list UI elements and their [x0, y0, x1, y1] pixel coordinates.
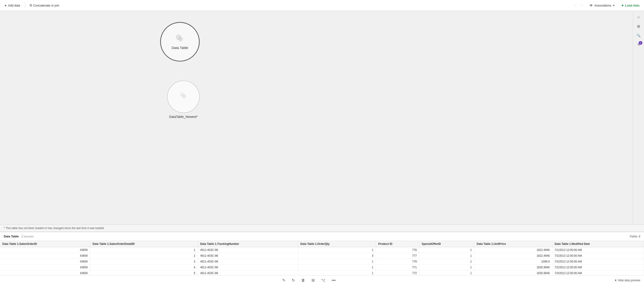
table-cell: 7/3/2013 12:00:00 AM: [552, 270, 644, 276]
column-header: Data Table 1.TrackingNumber: [198, 241, 298, 247]
table-cell: 776: [376, 247, 419, 253]
column-header: Data Table 1.OrderQty: [298, 241, 376, 247]
column-header: SpecialOfferID: [419, 241, 474, 247]
table-cell: 4: [90, 264, 198, 270]
datatable-newest-circle[interactable]: [167, 80, 200, 113]
plus-icon: +: [5, 4, 7, 8]
main-toolbar: + Add data ⧉ Concatenate or join ← → 👁 A…: [0, 0, 644, 11]
datatable-newest-label: DataTable_Newest*: [169, 115, 198, 118]
concatenate-button[interactable]: ⧉ Concatenate or join: [28, 2, 61, 8]
undo-redo-group: ← →: [572, 2, 585, 8]
column-header: Data Table 1.SalesOrderDetailID: [90, 241, 198, 247]
concatenate-icon: ⧉: [30, 4, 32, 7]
datatable-newest-node[interactable]: DataTable_Newest*: [167, 80, 200, 118]
table-cell: 1: [419, 253, 474, 259]
bottom-toolbar: ✎ ↻ 🗑 ⊞ ⌥ ••• ▼ Hide data preview: [0, 275, 644, 285]
concatenate-label: Concatenate or join: [33, 4, 60, 7]
table-cell: 1: [298, 270, 376, 276]
table-cell: 1: [298, 247, 376, 253]
data-table-wrapper[interactable]: Data Table 1.SalesOrderIDData Table 1.Sa…: [0, 241, 644, 275]
redo-button[interactable]: →: [579, 2, 585, 8]
main-area: Data Table DataTable_Newest* ⌂ ⊞: [0, 11, 644, 224]
grid-sidebar-button[interactable]: ⊞: [634, 22, 643, 30]
delete-table-button[interactable]: 🗑: [300, 277, 306, 284]
table-cell: 1: [90, 247, 198, 253]
table-cell: 1: [419, 270, 474, 276]
hide-preview-icon: ▼: [614, 279, 617, 282]
table-cell: 1: [298, 259, 376, 264]
table-cell: 7/2/2013 12:00:00 AM: [552, 259, 644, 264]
note-bar: * This table has not been loaded or has …: [0, 224, 644, 232]
data-table-body: 4365914911-403C-98177611822.49467/1/2013…: [0, 247, 644, 276]
refresh-table-button[interactable]: ↻: [290, 277, 296, 284]
data-panel: Data Table 2 sources Fields: 8 Data Tabl…: [0, 232, 644, 285]
column-header: Data Table 1.UnitPrice: [474, 241, 552, 247]
data-table: Data Table 1.SalesOrderIDData Table 1.Sa…: [0, 241, 644, 275]
table-cell: 7/2/2013 12:00:00 AM: [552, 253, 644, 259]
right-sidebar: ⌂ ⊞ 🔍 ✎ 1: [633, 11, 644, 224]
home-sidebar-button[interactable]: ⌂: [634, 13, 643, 21]
table-cell: 4911-403C-98: [198, 259, 298, 264]
table-cell: 7/1/2013 12:00:00 AM: [552, 247, 644, 253]
hide-preview-label: Hide data preview: [618, 279, 640, 282]
table-row: 4365954911-403C-98177211835.99467/3/2013…: [0, 270, 644, 276]
table-cell: 1098.9: [474, 259, 552, 264]
table-cell: 4911-403C-98: [198, 253, 298, 259]
toolbar-separator-1: [25, 3, 25, 8]
search-sidebar-button[interactable]: 🔍: [634, 31, 643, 40]
search-icon: 🔍: [636, 34, 640, 37]
table-cell: 1822.4946: [474, 247, 552, 253]
edit-table-button[interactable]: ✎: [281, 277, 287, 284]
add-data-button[interactable]: + Add data: [3, 2, 22, 8]
table-cell: 778: [376, 259, 419, 264]
data-table-head: Data Table 1.SalesOrderIDData Table 1.Sa…: [0, 241, 644, 247]
data-panel-fields: Fields: 8: [630, 235, 640, 238]
more-button[interactable]: •••: [330, 277, 337, 284]
table-cell: 1: [419, 259, 474, 264]
table-header-row: Data Table 1.SalesOrderIDData Table 1.Sa…: [0, 241, 644, 247]
table-cell: 3: [298, 253, 376, 259]
column-header: Data Table 1.Modified Date: [552, 241, 644, 247]
table-cell: 777: [376, 253, 419, 259]
data-table-node[interactable]: Data Table: [160, 22, 200, 62]
grid-icon: ⊞: [637, 24, 640, 28]
data-panel-title-group: Data Table 2 sources: [4, 235, 34, 238]
table-cell: 5: [90, 270, 198, 276]
bottom-toolbar-center: ✎ ↻ 🗑 ⊞ ⌥ •••: [281, 277, 337, 284]
table-row: 4365914911-403C-98177611822.49467/1/2013…: [0, 247, 644, 253]
columns-button[interactable]: ⊞: [310, 277, 316, 284]
table-cell: 1: [419, 264, 474, 270]
table-cell: 2: [90, 253, 198, 259]
undo-button[interactable]: ←: [572, 2, 578, 8]
table-cell: 43659: [0, 253, 90, 259]
load-data-label: Load data: [625, 4, 639, 7]
table-unloaded-icon: [180, 92, 187, 101]
canvas[interactable]: Data Table DataTable_Newest*: [0, 11, 633, 224]
toolbar-right: ← → 👁 Associations ▼ ● Load data: [572, 2, 641, 8]
table-row: 4365944911-403C-98177111835.99467/2/2013…: [0, 264, 644, 270]
edit-sidebar-button[interactable]: ✎ 1: [634, 40, 643, 49]
table-cell: 1822.4946: [474, 253, 552, 259]
table-cell: 4911-403C-98: [198, 264, 298, 270]
column-header: Data Table 1.SalesOrderID: [0, 241, 90, 247]
hide-preview-button[interactable]: ▼ Hide data preview: [614, 279, 640, 282]
note-text: * This table has not been loaded or has …: [4, 226, 104, 230]
load-data-button[interactable]: ● Load data: [620, 2, 641, 8]
table-cell: 7/2/2013 12:00:00 AM: [552, 264, 644, 270]
filter-button[interactable]: ⌥: [320, 277, 327, 284]
table-cell: 771: [376, 264, 419, 270]
table-row: 4365924911-403C-98377711822.49467/2/2013…: [0, 253, 644, 259]
table-cell: 1: [419, 247, 474, 253]
data-panel-sources: 2 sources: [22, 235, 34, 238]
svg-point-3: [182, 94, 186, 98]
associations-label: Associations: [594, 4, 611, 7]
column-header: Product ID: [376, 241, 419, 247]
table-row: 4365934911-403C-98177811098.97/2/2013 12…: [0, 259, 644, 264]
chevron-down-icon: ▼: [613, 4, 615, 7]
table-cell: 3: [90, 259, 198, 264]
table-cell: 4911-403C-98: [198, 270, 298, 276]
table-cell: 1835.9946: [474, 264, 552, 270]
associations-button[interactable]: 👁 Associations ▼: [588, 2, 617, 8]
table-cell: 4911-403C-98: [198, 247, 298, 253]
data-table-circle[interactable]: Data Table: [160, 22, 200, 62]
